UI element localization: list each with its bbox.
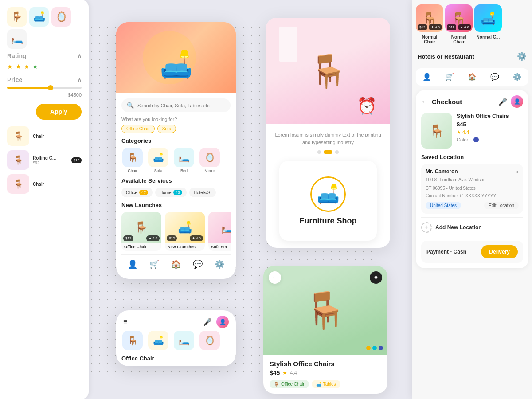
product-card-sofa-set[interactable]: 🛏️ Sofa Set [208,212,231,251]
item-image: 🪑 [7,150,29,170]
thumbnail-2[interactable]: 🪑 $12 ★ 4.6 [445,4,473,32]
list-item[interactable]: 🪑 Chair [7,124,82,148]
stars-row[interactable]: ★ ★ ★ ★ [7,63,82,70]
app-panel-2: ≡ 🎤 👤 🪑 🛋️ 🛏️ 🪞 Office Chair [116,310,236,366]
category-bed[interactable]: 🛏️ Bed [173,148,195,173]
product-bottom-image: 🪑 ← ♥ [263,266,387,355]
price-max-label: $4500 [7,92,82,98]
checkout-header: ← Checkout 🎤 👤 [421,95,523,108]
service-hotels[interactable]: Hotels/St [189,188,216,197]
color-teal[interactable] [372,346,377,350]
thumbnail-labels: Normal Chair Normal Chair Normal C... [412,35,532,48]
thumbnail-1[interactable]: 🪑 $12 ★ 4.6 [416,4,443,32]
back-button[interactable]: ← [269,271,281,284]
checkout-title: Checkout [432,98,495,106]
product-detail-image: 🪑 ⏰ [266,18,390,124]
nav-home-icon[interactable]: 🏠 [171,259,181,269]
star-3[interactable]: ★ [24,63,30,70]
edit-location-button[interactable]: Edit Location [484,202,519,209]
country-button[interactable]: United States [426,202,461,209]
filter-thumb-sofa: 🛋️ [29,7,49,27]
list-item[interactable]: 🪑 Chair [7,172,82,196]
slider-thumb[interactable] [48,85,53,90]
product-card-office-chair[interactable]: 🪑 $12 ★ 4.6 Office Chair [121,212,161,251]
cat2-chair[interactable]: 🪑 [121,331,144,352]
price-badge: $12 [167,235,177,241]
filter-thumb-extra: 🛏️ [7,29,27,49]
search-bar[interactable]: 🔍 [121,98,231,112]
nav-cart-icon[interactable]: 🛒 [149,259,159,269]
app2-office-chair-title: Office Chair [121,355,231,362]
star-4[interactable]: ★ [32,63,38,70]
nav-chat-icon[interactable]: 💬 [490,73,499,81]
cat2-icon-mirror: 🪞 [200,331,220,350]
apply-button[interactable]: Apply [36,104,82,120]
thumb-rating: ★ 4.6 [458,24,471,30]
checkout-mic-icon[interactable]: 🎤 [498,98,507,106]
payment-label: Payment - Cash [426,249,466,255]
shop-icon: 🛋️ [317,183,340,205]
nav-settings-icon[interactable]: ⚙️ [513,73,522,81]
delivery-button[interactable]: Delivery [481,245,518,258]
filter-icon[interactable]: ⚙️ [517,51,527,61]
thumbnail-3[interactable]: 🛋️ [474,4,502,32]
category-mirror[interactable]: 🪞 Mirror [199,148,221,173]
item-price: $92 [33,160,68,165]
item-info: Rolling C... $92 [33,156,68,165]
checkout-back-button[interactable]: ← [421,98,428,106]
color-swatch[interactable] [473,137,479,142]
price-slider[interactable] [7,87,82,89]
cat2-icon-chair: 🪑 [122,331,143,350]
app2-section: Office Chair [116,355,236,362]
cat2-mirror[interactable]: 🪞 [199,331,221,352]
item-image: 🪑 [7,174,29,194]
mic-icon-2[interactable]: 🎤 [203,318,212,326]
cat2-sofa[interactable]: 🛋️ [147,331,169,352]
avatar-2: 👤 [216,316,229,328]
nav-cart-icon[interactable]: 🛒 [445,73,454,81]
cat-icon-box-mirror: 🪞 [200,148,220,167]
furniture-shop-card[interactable]: 🛋️ Furniture Shop [279,161,377,241]
header-icons-2: 🎤 👤 [203,316,229,328]
tag-tables[interactable]: 🛋️ Tables [312,380,340,388]
search-icon: 🔍 [127,102,134,109]
tag-office-chair[interactable]: 🪑 Office Chair [270,380,309,388]
favorite-button[interactable]: ♥ [370,271,382,284]
dot-active [324,150,332,154]
saved-location-title: Saved Location [421,154,523,160]
search-input[interactable] [137,103,225,108]
checkout-product-price: $45 [457,121,523,128]
item-info: Chair [33,134,82,139]
thumb-label-2: Normal Chair [445,35,473,44]
tag-row: Office Chair Sofa [121,125,231,133]
filter-thumb-chair: 🪑 [7,7,27,27]
category-chair[interactable]: 🪑 Chair [121,148,144,173]
list-item[interactable]: 🪑 Rolling C... $92 $12 [7,148,82,172]
color-yellow[interactable] [366,346,371,350]
nav-settings-icon[interactable]: ⚙️ [215,259,224,269]
cat2-bed[interactable]: 🛏️ [173,331,195,352]
service-home[interactable]: Home 48 [155,188,187,197]
color-blue[interactable] [379,346,383,350]
office-count: 47 [139,190,148,195]
nav-profile-icon[interactable]: 👤 [128,259,137,269]
category-sofa[interactable]: 🛋️ Sofa [147,148,169,173]
hotels-section: Hotels or Restaurant ⚙️ [412,48,532,68]
close-icon[interactable]: × [515,168,519,176]
service-office[interactable]: Office 47 [121,188,153,197]
categories-title: Categories [121,137,231,144]
nav-user-icon[interactable]: 👤 [422,73,431,81]
checkout-product-name: Stylish Office Chairs [457,113,523,119]
add-location-row[interactable]: + Add New Location [421,217,523,237]
menu-icon-2[interactable]: ≡ [123,318,127,326]
product-card-new-launches[interactable]: 🛋️ $12 ★ 4.6 New Launches [165,212,205,251]
tag-sofa[interactable]: Sofa [157,125,176,133]
nav-home-icon[interactable]: 🏠 [468,73,477,81]
star-2[interactable]: ★ [16,63,21,70]
color-row: Color : [457,137,523,142]
hero-image: ≡ 🎤 👤 🛋️ [116,22,236,93]
star-1[interactable]: ★ [7,63,13,70]
nav-chat-icon[interactable]: 💬 [193,259,203,269]
cat-icon-box-sofa: 🛋️ [148,148,168,167]
tag-office-chair[interactable]: Office Chair [121,125,155,133]
